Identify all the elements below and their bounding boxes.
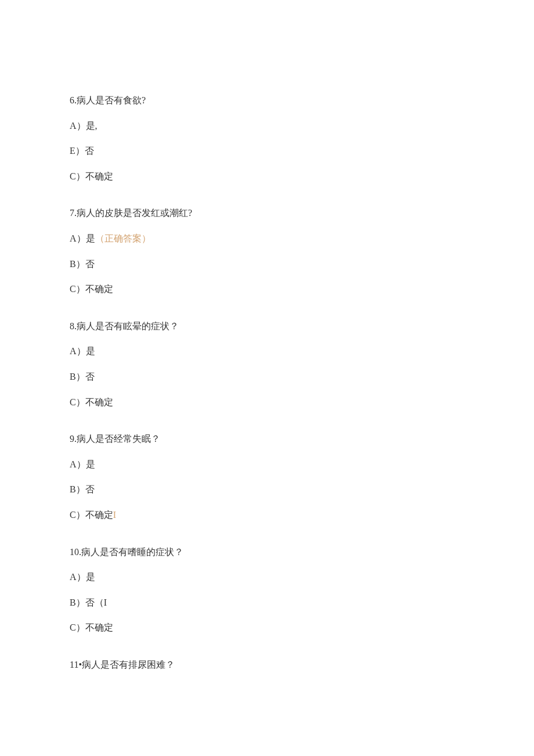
question-label: 病人是否有食欲? bbox=[77, 95, 146, 105]
answer-option: C）不确定 bbox=[70, 169, 464, 184]
answer-option: B）否 bbox=[70, 482, 464, 497]
option-label: B）否 bbox=[70, 484, 95, 494]
question-block: 6.病人是否有食欲?A）是,E）否C）不确定 bbox=[70, 93, 464, 183]
option-label: A）是 bbox=[70, 572, 95, 582]
answer-option: C）不确定I bbox=[70, 507, 464, 523]
question-number: 9. bbox=[70, 434, 77, 444]
answer-option: C）不确定 bbox=[70, 395, 464, 410]
answer-option: A）是（正确答案） bbox=[70, 231, 464, 246]
document-content: 6.病人是否有食欲?A）是,E）否C）不确定7.病人的皮肤是否发红或潮红?A）是… bbox=[70, 93, 464, 672]
option-label: A）是, bbox=[70, 121, 98, 131]
question-number: 10. bbox=[70, 547, 81, 557]
option-label: C）不确定 bbox=[70, 284, 113, 294]
option-label: C）不确定 bbox=[70, 171, 113, 181]
option-label: B）否 bbox=[70, 372, 95, 381]
answer-option: A）是 bbox=[70, 570, 464, 585]
question-label: 病人是否有排尿困难？ bbox=[82, 660, 175, 669]
answer-option: C）不确定 bbox=[70, 282, 464, 297]
option-label: B）否（I bbox=[70, 597, 107, 607]
option-label: C）不确定 bbox=[70, 397, 113, 407]
question-label: 病人是否有眩晕的症状？ bbox=[77, 321, 179, 331]
question-label: 病人的皮肤是否发红或潮红? bbox=[77, 208, 192, 218]
answer-option: A）是 bbox=[70, 457, 464, 472]
question-number: 11• bbox=[70, 660, 82, 669]
option-suffix: I bbox=[113, 510, 116, 520]
question-number: 6. bbox=[70, 95, 77, 105]
answer-option: C）不确定 bbox=[70, 620, 464, 635]
answer-option: E）否 bbox=[70, 143, 464, 159]
question-text: 7.病人的皮肤是否发红或潮红? bbox=[70, 206, 464, 221]
question-number: 7. bbox=[70, 208, 77, 218]
question-label: 病人是否有嗜睡的症状？ bbox=[81, 547, 183, 557]
question-text: 11•病人是否有排尿困难？ bbox=[70, 657, 464, 672]
question-block: 8.病人是否有眩晕的症状？A）是B）否C）不确定 bbox=[70, 319, 464, 409]
option-suffix: （正确答案） bbox=[95, 233, 151, 243]
option-label: C）不确定 bbox=[70, 622, 113, 632]
answer-option: A）是 bbox=[70, 344, 464, 359]
answer-option: B）否 bbox=[70, 369, 464, 384]
option-label: A）是 bbox=[70, 233, 95, 243]
option-label: B）否 bbox=[70, 259, 95, 269]
question-text: 6.病人是否有食欲? bbox=[70, 93, 464, 108]
answer-option: B）否 bbox=[70, 257, 464, 272]
option-label: C）不确定 bbox=[70, 510, 113, 520]
answer-option: B）否（I bbox=[70, 595, 464, 610]
option-label: A）是 bbox=[70, 346, 95, 356]
question-block: 10.病人是否有嗜睡的症状？A）是B）否（IC）不确定 bbox=[70, 545, 464, 635]
question-text: 8.病人是否有眩晕的症状？ bbox=[70, 319, 464, 334]
question-block: 9.病人是否经常失眠？A）是B）否C）不确定I bbox=[70, 431, 464, 522]
question-block: 7.病人的皮肤是否发红或潮红?A）是（正确答案）B）否C）不确定 bbox=[70, 206, 464, 296]
question-number: 8. bbox=[70, 321, 77, 331]
question-block: 11•病人是否有排尿困难？ bbox=[70, 657, 464, 672]
question-text: 10.病人是否有嗜睡的症状？ bbox=[70, 545, 464, 560]
question-text: 9.病人是否经常失眠？ bbox=[70, 431, 464, 447]
option-label: A）是 bbox=[70, 459, 95, 469]
option-label: E）否 bbox=[70, 146, 94, 156]
answer-option: A）是, bbox=[70, 118, 464, 134]
question-label: 病人是否经常失眠？ bbox=[77, 434, 160, 444]
